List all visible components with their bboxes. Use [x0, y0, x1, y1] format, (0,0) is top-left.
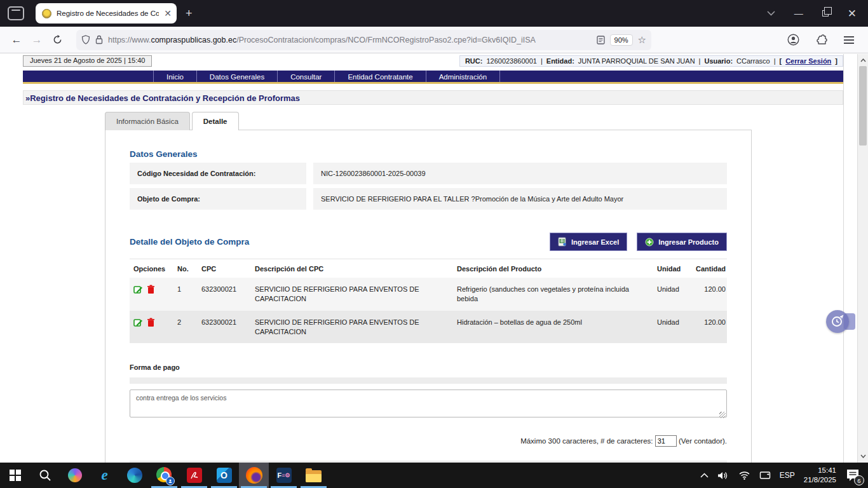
account-icon[interactable]	[787, 34, 799, 46]
taskbar-search-button[interactable]	[30, 463, 60, 488]
tray-date: 21/8/2025	[804, 475, 836, 485]
site-right-divider	[843, 54, 844, 463]
acrobat-button[interactable]	[179, 463, 209, 488]
datos-generales-heading: Datos Generales	[130, 149, 727, 159]
tray-chevron-up-icon[interactable]	[700, 473, 709, 478]
row-no: 1	[177, 285, 201, 294]
table-row: 2 632300021 SERVICIIO DE REFRIGERIO PARA…	[130, 311, 727, 344]
forma-de-pago-label: Forma de pago	[130, 363, 727, 371]
internet-explorer-button[interactable]: e	[90, 463, 119, 488]
copilot-button[interactable]	[60, 463, 90, 488]
language-indicator[interactable]: ESP	[780, 471, 795, 480]
menu-hamburger-icon[interactable]	[844, 36, 854, 44]
col-no: No.	[177, 265, 201, 273]
url-bar[interactable]: https://www.compraspublicas.gob.ec/Proce…	[76, 30, 651, 50]
ingresar-excel-button[interactable]: Ingresar Excel	[550, 233, 627, 251]
productos-table: Opciones No. CPC Descripción del CPC Des…	[130, 259, 727, 343]
firefox-icon	[246, 467, 262, 484]
browser-toolbar: ← → https://www.compraspublicas.gob.ec/P…	[0, 27, 868, 53]
lock-icon[interactable]	[95, 35, 103, 44]
cell-gap	[306, 188, 313, 210]
bookmark-star-icon[interactable]: ☆	[638, 34, 646, 46]
extensions-puzzle-icon[interactable]	[816, 34, 827, 46]
tab-informacion-basica[interactable]: Información Básica	[105, 112, 190, 130]
ingresar-producto-label: Ingresar Producto	[658, 238, 719, 246]
chrome-button[interactable]	[149, 463, 179, 488]
tab-close-icon[interactable]: ✕	[164, 8, 172, 18]
row-no: 2	[177, 318, 201, 327]
delete-trash-icon[interactable]	[147, 318, 155, 327]
page-title: »Registro de Necesidades de Contratación…	[24, 93, 300, 103]
restore-button[interactable]	[822, 10, 829, 17]
nav-item-administracion[interactable]: Administración	[426, 71, 500, 82]
row-desc-producto: Hidratación – botellas de agua de 250ml	[457, 318, 657, 327]
back-button[interactable]: ←	[6, 30, 27, 50]
windows-logo-icon	[10, 470, 21, 481]
firefox-button[interactable]	[239, 463, 269, 488]
acrobat-icon	[187, 468, 202, 483]
notification-center-button[interactable]: 6	[845, 468, 862, 482]
search-icon	[39, 469, 51, 482]
scroll-down-arrow[interactable]	[858, 451, 868, 461]
clock-widget-icon[interactable]	[826, 310, 849, 333]
zoom-level-badge[interactable]: 90%	[610, 34, 633, 46]
row-desc-producto: Refrigerio (sanduches con vegetales y pr…	[457, 285, 657, 304]
ingresar-producto-button[interactable]: Ingresar Producto	[637, 233, 727, 251]
forma-de-pago-band	[130, 377, 727, 384]
edge-button[interactable]	[119, 463, 149, 488]
floating-timer-widget[interactable]	[826, 310, 855, 333]
start-button[interactable]	[0, 463, 30, 488]
reader-mode-icon[interactable]	[597, 36, 605, 44]
logout-link[interactable]: Cerrar Sesión	[785, 57, 831, 65]
list-tabs-chevron-icon[interactable]	[767, 11, 775, 16]
resize-grip-icon[interactable]	[719, 412, 726, 418]
nav-item-entidad-contratante[interactable]: Entidad Contratante	[334, 71, 425, 82]
scrollbar-thumb[interactable]	[859, 66, 867, 146]
col-desc-producto: Descripción del Producto	[457, 265, 657, 273]
tray-clock[interactable]: 15:41 21/8/2025	[804, 466, 836, 485]
new-tab-button[interactable]: +	[186, 7, 193, 20]
minimize-button[interactable]: —	[794, 8, 803, 18]
windows-taskbar: e O F≡⚙	[0, 463, 868, 488]
nav-item-consultar[interactable]: Consultar	[277, 71, 334, 82]
tracking-shield-icon[interactable]	[81, 35, 90, 44]
excel-icon	[558, 237, 567, 247]
counter-prefix: Máximo 300 caracteres, # de caracteres:	[520, 437, 653, 445]
row-desc-cpc: SERVICIIO DE REFRIGERIO PARA ENVENTOS DE…	[255, 318, 457, 337]
usuario-label: Usuario:	[704, 57, 733, 65]
browser-tab[interactable]: Registro de Necesidades de Co ✕	[36, 3, 177, 24]
objeto-value: SERVICIO DE REFRIGERIO PARA EL TALLER ?P…	[313, 188, 727, 210]
tab-detalle[interactable]: Detalle	[192, 112, 239, 130]
file-explorer-button[interactable]	[299, 463, 329, 488]
display-connect-icon[interactable]	[759, 471, 771, 480]
edit-icon[interactable]	[133, 318, 143, 327]
col-opciones: Opciones	[130, 265, 177, 273]
reload-button[interactable]	[47, 30, 67, 50]
outlook-button[interactable]: O	[209, 463, 239, 488]
fes-app-icon: F≡⚙	[276, 468, 292, 483]
nav-item-datos-generales[interactable]: Datos Generales	[196, 71, 277, 82]
col-cpc: CPC	[201, 265, 255, 273]
page-scrollbar[interactable]	[857, 54, 868, 463]
edge-icon	[127, 468, 142, 483]
copilot-icon	[68, 468, 82, 482]
file-explorer-icon	[306, 470, 322, 482]
nav-item-inicio[interactable]: Inicio	[153, 71, 196, 82]
bracket: [	[780, 57, 782, 65]
forma-de-pago-textarea[interactable]: contra entrega de los servicios	[130, 390, 727, 417]
fes-app-button[interactable]: F≡⚙	[269, 463, 299, 488]
wifi-icon[interactable]	[738, 471, 750, 480]
forward-button[interactable]: →	[27, 30, 47, 50]
url-text: https://www.compraspublicas.gob.ec/Proce…	[108, 36, 592, 44]
window-close-button[interactable]: ✕	[848, 7, 857, 20]
volume-icon[interactable]	[717, 471, 729, 480]
edit-icon[interactable]	[133, 285, 143, 294]
internet-explorer-icon: e	[101, 467, 107, 484]
delete-trash-icon[interactable]	[147, 285, 155, 294]
counter-input[interactable]	[655, 435, 677, 447]
scroll-up-arrow[interactable]	[858, 55, 868, 65]
table-header-row: Opciones No. CPC Descripción del CPC Des…	[130, 259, 727, 278]
chrome-icon	[156, 467, 173, 484]
firefox-view-icon[interactable]	[8, 6, 24, 20]
form-tabs: Información Básica Detalle	[105, 112, 239, 130]
